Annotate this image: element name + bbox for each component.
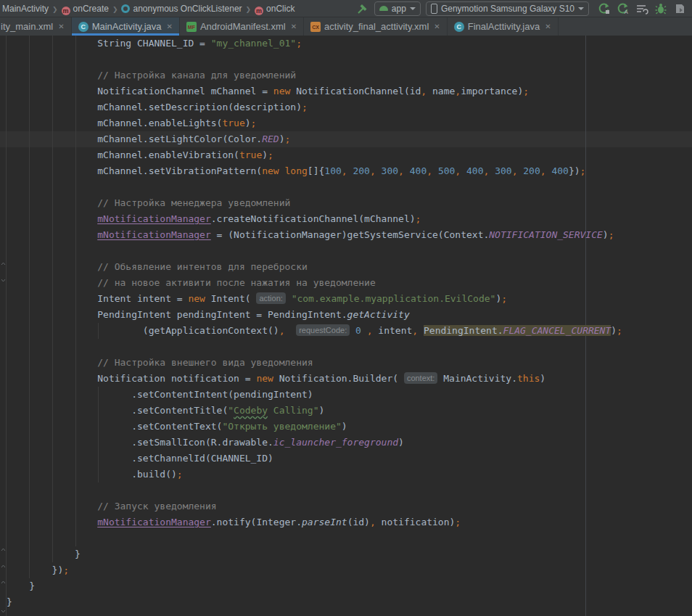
run-configuration-label: app [392, 4, 406, 14]
breadcrumb-separator: ❯ [112, 6, 118, 13]
code-line [7, 530, 622, 546]
rerun-app-icon[interactable] [598, 2, 611, 15]
code-line: } [7, 594, 622, 610]
breadcrumb-item[interactable]: onClick [266, 4, 294, 14]
code-line: .build(); [7, 467, 622, 482]
breadcrumb-item[interactable]: onCreate [73, 4, 109, 14]
code-line [7, 243, 622, 259]
anonymous-class-icon [121, 4, 130, 13]
tab-label: FinalActtivity.java [468, 21, 540, 32]
code-line: mNotificationManager.notify(Integer.pars… [7, 514, 622, 530]
method-icon: m [62, 7, 70, 15]
close-icon[interactable]: ✕ [58, 22, 64, 30]
code-line: // Запуск уведомления [7, 498, 622, 514]
code-line [7, 339, 622, 355]
code-line: // Настройка внешнего вида уведомления [7, 355, 622, 371]
breadcrumb-separator: ❯ [52, 6, 58, 13]
code-line: mChannel.enableLights(true); [7, 115, 622, 131]
run-configuration-select[interactable]: app [374, 1, 421, 16]
editor-tab-bar: ity_main.xml✕CMainActivity.java✕MFAndroi… [0, 17, 692, 36]
breadcrumb-item[interactable]: MainActivity [2, 4, 49, 14]
code-line: PendingIntent pendingIntent = PendingInt… [7, 307, 622, 323]
close-icon[interactable]: ✕ [434, 22, 440, 30]
build-hammer-icon[interactable] [356, 2, 369, 15]
breadcrumb: MainActivity❯monCreate❯anonymous OnClick… [2, 1, 294, 15]
fold-marker[interactable] [1, 564, 6, 569]
code-line: (getApplicationContext(), requestCode: 0… [7, 323, 622, 339]
phone-icon [431, 4, 437, 14]
code-line [7, 482, 622, 498]
code-area: String CHANNEL_ID = "my_channel_01"; // … [7, 36, 622, 610]
close-icon[interactable]: ✕ [545, 22, 551, 30]
code-line: .setContentTitle("Codeby Calling") [7, 403, 622, 419]
code-line: mNotificationManager = (NotificationMana… [7, 227, 622, 243]
code-line: .setContentIntent(pendingIntent) [7, 387, 622, 403]
code-line: // на новое активити после нажатия на ув… [7, 275, 622, 291]
code-line: .setSmallIcon(R.drawable.ic_launcher_for… [7, 435, 622, 451]
code-line: // Обьявление интентов для переброски [7, 259, 622, 275]
debug-app-icon[interactable] [654, 2, 667, 15]
java-class-icon: C [454, 22, 464, 32]
code-line: String CHANNEL_ID = "my_channel_01"; [7, 36, 622, 52]
chevron-down-icon [410, 7, 416, 10]
device-select[interactable]: Genymotion Samsung Galaxy S10 [426, 1, 589, 16]
fold-marker[interactable] [1, 278, 6, 283]
svg-text:A: A [625, 9, 629, 15]
code-line: // Настройка канала для уведомлений [7, 67, 622, 83]
tab-label: MainActivity.java [92, 21, 162, 32]
tab-label: AndroidManifest.xml [200, 21, 286, 32]
apply-changes-icon[interactable]: A [617, 2, 630, 15]
code-line [7, 52, 622, 67]
editor-tab[interactable]: ity_main.xml✕ [0, 17, 72, 36]
manifest-icon: MF [186, 22, 197, 32]
breadcrumb-separator: ❯ [246, 6, 252, 13]
code-line: .setContentText("Открыть уведомление") [7, 419, 622, 435]
editor-tab[interactable]: CXactivity_final_acttivity.xml✕ [304, 17, 448, 36]
xml-icon: CX [310, 22, 321, 32]
fold-marker[interactable] [1, 261, 6, 266]
close-icon[interactable]: ✕ [291, 22, 297, 30]
code-line: } [7, 578, 622, 594]
code-line: mNotificationManager.createNotificationC… [7, 211, 622, 227]
code-line: .setChannelId(CHANNEL_ID) [7, 451, 622, 467]
tab-label: activity_final_acttivity.xml [324, 21, 429, 32]
code-line: Notification notification = new Notifica… [7, 371, 622, 387]
java-class-icon: C [78, 22, 88, 32]
fold-marker[interactable] [1, 609, 6, 614]
editor-tab[interactable]: CMainActivity.java✕ [72, 17, 180, 36]
chevron-down-icon [578, 7, 584, 10]
android-app-icon [379, 6, 388, 11]
breadcrumb-item[interactable]: anonymous OnClickListener [133, 4, 242, 14]
toolbar-actions: A [598, 2, 686, 15]
code-line: NotificationChannel mChannel = new Notif… [7, 83, 622, 99]
apply-code-changes-icon[interactable] [635, 2, 648, 15]
code-line: mChannel.setVibrationPattern(new long[]{… [7, 163, 622, 179]
editor-tab[interactable]: MFAndroidManifest.xml✕ [180, 17, 304, 36]
code-line: mChannel.setDescription(description); [7, 99, 622, 115]
parameter-hint: requestCode: [296, 324, 350, 336]
parameter-hint: context: [404, 372, 438, 384]
toolbar: app Genymotion Samsung Galaxy S10 A [356, 1, 686, 16]
editor-tab[interactable]: CFinalActtivity.java✕ [448, 17, 559, 36]
code-editor[interactable]: String CHANNEL_ID = "my_channel_01"; // … [0, 36, 692, 616]
device-label: Genymotion Samsung Galaxy S10 [441, 4, 574, 14]
code-line [7, 179, 622, 195]
code-line: mChannel.enableVibration(true); [7, 147, 622, 163]
code-line: Intent intent = new Intent( action: "com… [7, 291, 622, 307]
parameter-hint: action: [256, 292, 285, 304]
code-line: }); [7, 562, 622, 578]
navigation-bar: MainActivity❯monCreate❯anonymous OnClick… [0, 0, 692, 17]
tab-label: ity_main.xml [1, 21, 53, 32]
code-line: } [7, 546, 622, 562]
close-icon[interactable]: ✕ [166, 22, 172, 30]
profile-app-icon[interactable] [673, 2, 686, 15]
method-icon: m [255, 7, 263, 15]
code-line: mChannel.setLightColor(Color.RED); [7, 131, 622, 147]
code-line: // Настройка менеджера уведомлений [7, 195, 622, 211]
fold-marker[interactable] [1, 580, 6, 585]
fold-marker[interactable] [1, 547, 6, 552]
